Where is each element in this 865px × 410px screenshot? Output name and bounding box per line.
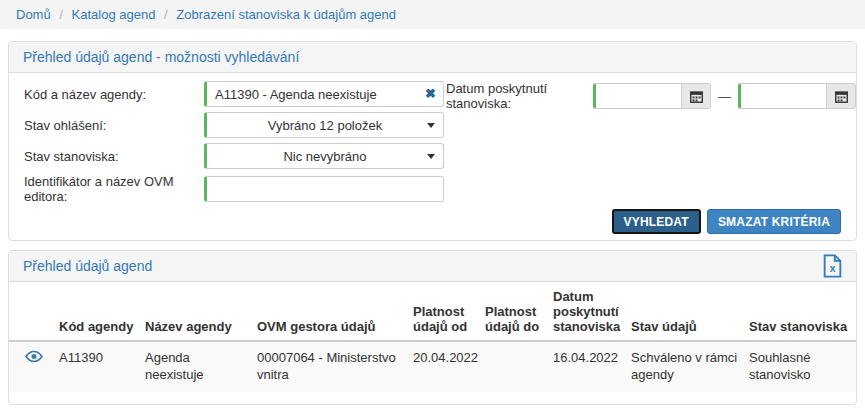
column-header-platnost-do: Platnost údajů do <box>485 282 553 341</box>
table-bottom-spacer <box>9 392 856 404</box>
column-header-stav-stanoviska: Stav stanoviska <box>749 282 856 341</box>
stav-ohlaseni-label: Stav ohlášení: <box>24 118 204 133</box>
breadcrumb-link-home[interactable]: Domů <box>16 7 51 22</box>
column-header-stav-udaju: Stav údajů <box>631 282 749 341</box>
breadcrumb-separator: / <box>164 7 168 22</box>
stav-ohlaseni-select[interactable]: Vybráno 12 položek <box>204 112 444 138</box>
eye-icon <box>24 350 44 363</box>
search-panel: Přehled údajů agend - možnosti vyhledává… <box>8 41 857 241</box>
form-row-stav-ohlaseni: Stav ohlášení: Vybráno 12 položek <box>24 112 841 138</box>
date-from-input[interactable] <box>593 83 681 109</box>
date-filter-group: Datum poskytnutí stanoviska: <box>446 81 856 111</box>
stav-stanoviska-value: Nic nevybráno <box>283 149 366 164</box>
date-filter-label: Datum poskytnutí stanoviska: <box>446 81 586 111</box>
agenda-input[interactable] <box>204 81 444 107</box>
column-header-datum-stanoviska: Datum poskytnutí stanoviska <box>553 282 631 341</box>
clear-x-icon[interactable]: ✖ <box>425 85 436 103</box>
table-header-row: Kód agendy Název agendy OVM gestora údaj… <box>9 282 856 341</box>
cell-datum-stanoviska: 16.04.2022 <box>553 341 631 392</box>
date-range-dash: — <box>718 89 731 104</box>
stav-stanoviska-select[interactable]: Nic nevybráno <box>204 143 444 169</box>
caret-down-icon <box>427 123 435 128</box>
date-from-group <box>593 83 711 109</box>
clear-criteria-button[interactable]: SMAZAT KRITÉRIA <box>707 209 841 234</box>
calendar-button-to[interactable] <box>826 83 856 109</box>
form-row-stav-stanoviska: Stav stanoviska: Nic nevybráno <box>24 143 841 169</box>
excel-export-icon: x <box>823 254 842 278</box>
results-panel-title: Přehled údajů agend <box>23 258 152 274</box>
date-to-group <box>738 83 856 109</box>
search-panel-title: Přehled údajů agend - možnosti vyhledává… <box>9 42 856 73</box>
calendar-icon <box>690 90 703 103</box>
cell-stav-udaju: Schváleno v rámci agendy <box>631 341 749 392</box>
column-header-nazev-agendy: Název agendy <box>145 282 257 341</box>
ovm-editor-label: Identifikátor a název OVM editora: <box>24 174 204 204</box>
stav-ohlaseni-value: Vybráno 12 položek <box>268 118 382 133</box>
breadcrumb: Domů / Katalog agend / Zobrazení stanovi… <box>0 0 865 29</box>
cell-kod-agendy: A11390 <box>59 341 145 392</box>
cell-nazev-agendy: Agenda neexistuje <box>145 341 257 392</box>
breadcrumb-separator: / <box>59 7 63 22</box>
date-to-input[interactable] <box>738 83 826 109</box>
breadcrumb-current-page: Zobrazení stanoviska k údajům agend <box>176 7 396 22</box>
breadcrumb-link-katalog-agend[interactable]: Katalog agend <box>72 7 156 22</box>
search-form: Kód a název agendy: ✖ Stav ohlášení: Vyb… <box>9 73 856 240</box>
form-row-ovm-editor: Identifikátor a název OVM editora: <box>24 174 841 204</box>
column-header-actions <box>9 282 59 341</box>
svg-text:x: x <box>830 263 836 274</box>
ovm-editor-input-wrap <box>204 176 444 202</box>
caret-down-icon <box>427 154 435 159</box>
results-panel: Přehled údajů agend x Kód agendy Náze <box>8 250 857 405</box>
ovm-editor-input[interactable] <box>204 176 444 202</box>
excel-export-button[interactable]: x <box>823 254 842 278</box>
search-buttons-row: VYHLEDAT SMAZAT KRITÉRIA <box>24 209 841 234</box>
column-header-platnost-od: Platnost údajů od <box>413 282 485 341</box>
cell-platnost-od: 20.04.2022 <box>413 341 485 392</box>
cell-actions <box>9 341 59 392</box>
calendar-icon <box>835 90 848 103</box>
eye-detail-button[interactable] <box>24 350 44 368</box>
stav-stanoviska-label: Stav stanoviska: <box>24 149 204 164</box>
results-panel-heading: Přehled údajů agend x <box>9 251 856 282</box>
cell-ovm-gestora: 00007064 - Ministerstvo vnitra <box>257 341 413 392</box>
page-content: Přehled údajů agend - možnosti vyhledává… <box>0 29 865 405</box>
table-row: A11390 Agenda neexistuje 00007064 - Mini… <box>9 341 856 392</box>
results-table: Kód agendy Název agendy OVM gestora údaj… <box>9 282 856 392</box>
cell-stav-stanoviska: Souhlasné stanovisko <box>749 341 856 392</box>
agenda-label: Kód a název agendy: <box>24 87 204 102</box>
search-button[interactable]: VYHLEDAT <box>612 209 701 234</box>
column-header-ovm-gestora: OVM gestora údajů <box>257 282 413 341</box>
agenda-input-wrap: ✖ <box>204 81 444 107</box>
cell-platnost-do <box>485 341 553 392</box>
column-header-kod-agendy: Kód agendy <box>59 282 145 341</box>
calendar-button-from[interactable] <box>681 83 711 109</box>
